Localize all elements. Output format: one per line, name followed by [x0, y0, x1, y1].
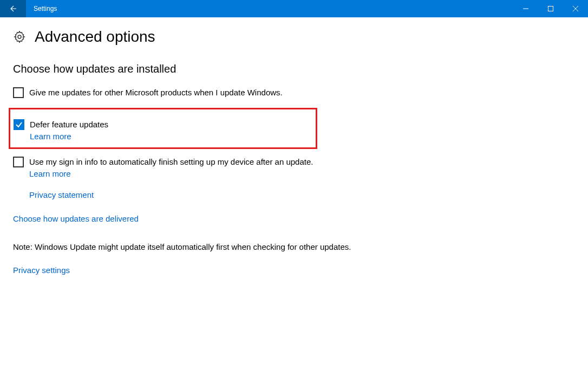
titlebar: Settings — [0, 0, 588, 17]
checkbox-signin[interactable] — [13, 157, 24, 167]
link-privacy-settings[interactable]: Privacy settings — [13, 266, 70, 275]
minimize-icon — [523, 6, 528, 11]
option-other-products: Give me updates for other Microsoft prod… — [13, 87, 575, 98]
checkbox-other-products[interactable] — [13, 87, 24, 98]
link-privacy-statement[interactable]: Privacy statement — [29, 190, 94, 199]
checkbox-defer[interactable] — [14, 119, 24, 130]
label-defer: Defer feature updates — [30, 119, 108, 130]
section-title: Choose how updates are installed — [13, 63, 575, 75]
minimize-button[interactable] — [513, 0, 538, 17]
page-header: Advanced options — [13, 28, 575, 46]
window-title: Settings — [34, 5, 57, 12]
highlight-box: Defer feature updates Learn more — [9, 108, 317, 149]
svg-point-1 — [18, 35, 21, 38]
label-other-products: Give me updates for other Microsoft prod… — [29, 87, 283, 98]
close-button[interactable] — [563, 0, 588, 17]
option-signin: Use my sign in info to automatically fin… — [13, 157, 575, 178]
page-title: Advanced options — [35, 28, 155, 46]
note-text: Note: Windows Update might update itself… — [13, 242, 575, 251]
option-defer: Defer feature updates Learn more — [14, 119, 312, 141]
close-icon — [573, 6, 578, 11]
content-area: Advanced options Choose how updates are … — [0, 17, 588, 286]
link-delivery[interactable]: Choose how updates are delivered — [13, 214, 139, 223]
window-controls — [513, 0, 588, 17]
label-signin: Use my sign in info to automatically fin… — [29, 157, 313, 167]
link-defer-learn-more[interactable]: Learn more — [30, 132, 108, 141]
back-button[interactable] — [0, 0, 26, 17]
gear-icon — [13, 30, 26, 43]
maximize-icon — [548, 6, 553, 11]
arrow-left-icon — [9, 4, 17, 13]
maximize-button[interactable] — [538, 0, 563, 17]
link-signin-learn-more[interactable]: Learn more — [29, 169, 313, 178]
svg-rect-0 — [548, 7, 553, 11]
